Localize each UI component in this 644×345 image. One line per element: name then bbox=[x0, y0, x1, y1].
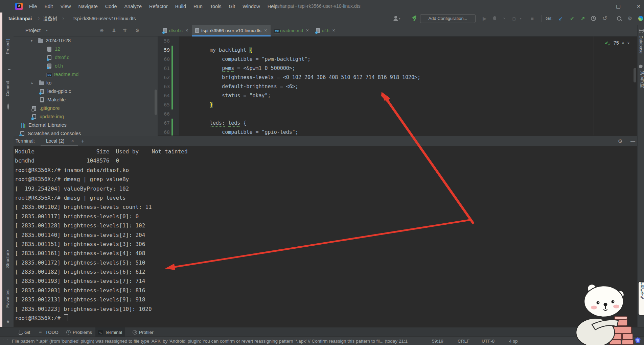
chevron-down-icon[interactable]: ▾ bbox=[31, 36, 32, 45]
stripe-tab-database[interactable]: Database bbox=[639, 35, 643, 54]
toolwindow-button-todo[interactable]: TODO bbox=[36, 327, 61, 337]
tree-item-external-libraries[interactable]: External Libraries bbox=[14, 121, 158, 129]
toolwindow-button-profiler[interactable]: Profiler bbox=[130, 327, 156, 337]
chevron-down-icon[interactable]: ▾ bbox=[520, 13, 522, 25]
coverage-icon[interactable]: ◔ bbox=[502, 13, 505, 25]
tree-item-leds-gpio-c[interactable]: leds-gpio.c bbox=[14, 87, 158, 96]
tree-item--gitignore[interactable]: .gitignore bbox=[14, 104, 158, 113]
editor-tab-dtsof-c[interactable]: dtsof.c✕ bbox=[160, 25, 192, 36]
terminal-tab-local[interactable]: Local (2) bbox=[46, 136, 64, 146]
close-icon[interactable]: ✕ bbox=[264, 28, 267, 33]
tree-item-2024-10-28[interactable]: ▾2024-10-28 bbox=[14, 36, 158, 45]
search-icon[interactable] bbox=[617, 13, 622, 25]
locate-file-icon[interactable]: ⊕ bbox=[98, 25, 106, 36]
editor-tab-readme-md[interactable]: MDreadme.md✕ bbox=[271, 25, 313, 36]
tree-item-update-img[interactable]: update.img bbox=[14, 113, 158, 121]
close-icon[interactable]: ✕ bbox=[306, 28, 309, 33]
line-number: 59 bbox=[158, 46, 170, 55]
chevron-right-icon[interactable]: ▸ bbox=[31, 79, 33, 87]
terminal-line: root@RK356X:/# insmod data/dtsof.ko bbox=[15, 166, 637, 175]
menu-item-tools[interactable]: Tools bbox=[206, 4, 225, 9]
add-configuration-button[interactable]: Add Configuration... bbox=[420, 14, 476, 23]
status-caret-position[interactable]: 59:19 bbox=[432, 337, 443, 345]
toolwindow-button-problems[interactable]: Problems bbox=[64, 327, 95, 337]
breadcrumb-project[interactable]: taishanpai bbox=[8, 13, 32, 25]
history-clock-icon[interactable] bbox=[591, 13, 596, 25]
chevron-down-icon[interactable]: ▾ bbox=[399, 13, 400, 25]
status-line-separator[interactable]: CRLF bbox=[458, 337, 469, 345]
profiler-icon[interactable]: ◷ bbox=[512, 13, 516, 25]
menu-item-window[interactable]: Window bbox=[239, 4, 264, 9]
hide-panel-icon[interactable]: — bbox=[144, 25, 152, 36]
status-file-encoding[interactable]: UTF-8 bbox=[482, 337, 495, 345]
stripe-tab-structure[interactable]: Structure bbox=[5, 250, 10, 268]
maximize-button[interactable]: ▢ bbox=[611, 0, 626, 13]
status-indent-style[interactable]: 4 sp bbox=[509, 337, 518, 345]
expand-all-icon[interactable]: ⇊ bbox=[110, 25, 118, 36]
stop-icon[interactable]: ■ bbox=[531, 13, 534, 25]
tongyi-plugin-icon[interactable] bbox=[638, 13, 643, 25]
rollback-icon[interactable]: ↺ bbox=[602, 13, 607, 25]
toolwindow-button-git[interactable]: Git bbox=[15, 327, 33, 337]
chevron-down-icon[interactable]: ▾ bbox=[46, 25, 48, 36]
gear-icon[interactable]: ⚙ bbox=[627, 13, 632, 25]
prev-problem-icon[interactable]: ∧ bbox=[622, 41, 624, 45]
user-profile-icon[interactable] bbox=[393, 16, 398, 21]
close-button[interactable]: ✕ bbox=[631, 0, 644, 13]
collapse-all-icon[interactable]: ⇈ bbox=[121, 25, 129, 36]
menu-item-run[interactable]: Run bbox=[190, 4, 206, 9]
favorites-star-icon[interactable]: ★ bbox=[5, 319, 10, 324]
inspections-widget[interactable]: ✔✔ 75 ∧ ∨ bbox=[605, 39, 630, 46]
close-icon[interactable]: ✕ bbox=[71, 136, 74, 146]
hide-panel-icon[interactable]: — bbox=[630, 136, 635, 146]
run-play-icon[interactable]: ▶ bbox=[483, 13, 487, 25]
editor-tab-of-h[interactable]: of.h✕ bbox=[313, 25, 339, 36]
menu-item-navigate[interactable]: Navigate bbox=[75, 4, 101, 9]
minimize-button[interactable]: — bbox=[589, 0, 603, 13]
menu-item-git[interactable]: Git bbox=[225, 4, 239, 9]
tree-item-readme-md[interactable]: MDreadme.md bbox=[14, 70, 158, 79]
tree-item-makefile[interactable]: Makefile bbox=[14, 96, 158, 104]
menu-item-edit[interactable]: Edit bbox=[41, 4, 56, 9]
editor-body[interactable]: 5859my_backlight {60 compatible = "pwm-b… bbox=[158, 36, 637, 135]
project-scrollbar[interactable] bbox=[155, 90, 157, 115]
status-message[interactable]: File pattern '*.apk' (from 'bundled' plu… bbox=[12, 337, 425, 345]
stripe-tab-commit[interactable]: Commit bbox=[5, 81, 10, 96]
close-icon[interactable]: ✕ bbox=[185, 28, 188, 33]
menu-item-analyze[interactable]: Analyze bbox=[120, 4, 145, 9]
toolwindow-button-terminal[interactable]: >_Terminal bbox=[95, 327, 125, 337]
editor-tab-label: readme.md bbox=[280, 28, 303, 33]
stripe-tab-tongyi[interactable]: 通义灵码 bbox=[639, 71, 644, 88]
tree-item-12[interactable]: 12 bbox=[14, 45, 158, 53]
menu-item-view[interactable]: View bbox=[56, 4, 74, 9]
menu-item-code[interactable]: Code bbox=[101, 4, 121, 9]
build-hammer-icon[interactable] bbox=[412, 16, 418, 22]
menu-item-refactor[interactable]: Refactor bbox=[145, 4, 171, 9]
editor-scrollbar[interactable] bbox=[634, 68, 636, 82]
tree-item-label: 12 bbox=[55, 45, 60, 53]
next-problem-icon[interactable]: ∨ bbox=[627, 41, 630, 45]
close-icon[interactable]: ✕ bbox=[332, 28, 335, 33]
new-terminal-icon[interactable]: + bbox=[81, 136, 84, 146]
tree-item-of-h[interactable]: of.h bbox=[14, 62, 158, 70]
toolwindow-toggle-icon[interactable] bbox=[3, 339, 8, 343]
breadcrumb-file[interactable]: tspi-rk3566-user-v10-linux.dts bbox=[73, 13, 136, 25]
menu-item-file[interactable]: File bbox=[25, 4, 41, 9]
tree-item-dtsof-c[interactable]: dtsof.c bbox=[14, 53, 158, 62]
git-commit-check-icon[interactable]: ✔ bbox=[570, 13, 574, 25]
terminal-output[interactable]: Module Size Used by Not taintedbcmdhd 10… bbox=[14, 146, 637, 323]
stripe-tab-favorites[interactable]: Favorites bbox=[5, 290, 10, 307]
tongyi-status-icon[interactable] bbox=[635, 337, 641, 343]
debug-bug-icon[interactable] bbox=[492, 13, 497, 25]
git-update-icon[interactable]: ↙ bbox=[558, 13, 563, 25]
git-push-icon[interactable]: ↗ bbox=[581, 13, 585, 25]
breadcrumb-folder[interactable]: 设备树 bbox=[43, 13, 57, 25]
tree-item-ko[interactable]: ▸ko bbox=[14, 79, 158, 87]
gear-icon[interactable]: ⚙ bbox=[618, 136, 622, 146]
menu-item-build[interactable]: Build bbox=[171, 4, 190, 9]
stripe-tab-project[interactable]: Project bbox=[5, 41, 10, 54]
project-panel-title[interactable]: Project bbox=[25, 25, 41, 36]
editor-tab-tspi-rk3566-user-v10-linux-dts[interactable]: tspi-rk3566-user-v10-linux.dts✕ bbox=[192, 25, 271, 36]
gear-icon[interactable]: ⚙ bbox=[134, 25, 141, 36]
folder-icon[interactable] bbox=[5, 70, 10, 75]
